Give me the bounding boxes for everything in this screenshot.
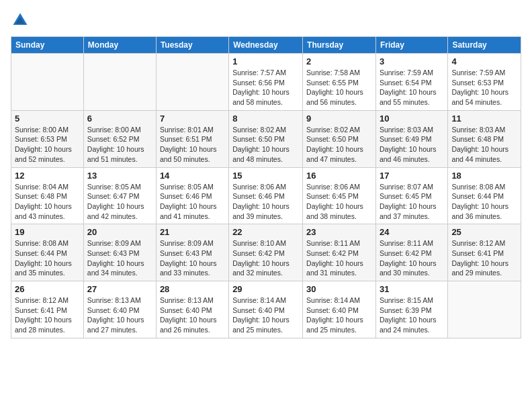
day-number: 1 <box>232 56 299 66</box>
day-number: 10 <box>380 113 444 124</box>
calendar-cell: 21Sunrise: 8:09 AMSunset: 6:43 PMDayligh… <box>156 224 228 281</box>
calendar-cell: 4Sunrise: 7:59 AMSunset: 6:53 PMDaylight… <box>448 54 521 111</box>
calendar-cell: 16Sunrise: 8:06 AMSunset: 6:45 PMDayligh… <box>303 167 376 224</box>
day-info: Sunrise: 8:11 AMSunset: 6:42 PMDaylight:… <box>380 238 444 278</box>
page-header <box>11 11 521 30</box>
day-number: 5 <box>15 113 80 124</box>
day-number: 14 <box>160 171 225 181</box>
calendar-cell: 13Sunrise: 8:05 AMSunset: 6:47 PMDayligh… <box>83 167 156 224</box>
day-info: Sunrise: 8:06 AMSunset: 6:45 PMDaylight:… <box>306 182 372 222</box>
day-info: Sunrise: 8:03 AMSunset: 6:48 PMDaylight:… <box>451 125 517 165</box>
calendar-cell: 1Sunrise: 7:57 AMSunset: 6:56 PMDaylight… <box>229 54 303 111</box>
day-info: Sunrise: 8:09 AMSunset: 6:43 PMDaylight:… <box>160 238 225 278</box>
day-info: Sunrise: 8:02 AMSunset: 6:50 PMDaylight:… <box>306 125 372 165</box>
day-number: 8 <box>232 113 299 124</box>
header-monday: Monday <box>83 37 156 54</box>
header-sunday: Sunday <box>11 37 84 54</box>
week-row-2: 5Sunrise: 8:00 AMSunset: 6:53 PMDaylight… <box>11 110 521 167</box>
day-info: Sunrise: 8:09 AMSunset: 6:43 PMDaylight:… <box>87 238 152 278</box>
header-saturday: Saturday <box>448 37 521 54</box>
day-info: Sunrise: 7:58 AMSunset: 6:55 PMDaylight:… <box>306 68 372 107</box>
calendar-cell: 17Sunrise: 8:07 AMSunset: 6:45 PMDayligh… <box>375 167 447 224</box>
day-info: Sunrise: 8:02 AMSunset: 6:50 PMDaylight:… <box>232 125 299 165</box>
day-info: Sunrise: 8:06 AMSunset: 6:46 PMDaylight:… <box>232 182 299 222</box>
calendar-header-row: SundayMondayTuesdayWednesdayThursdayFrid… <box>11 37 521 54</box>
day-number: 24 <box>380 227 444 237</box>
day-info: Sunrise: 8:13 AMSunset: 6:40 PMDaylight:… <box>87 295 152 335</box>
day-number: 7 <box>160 113 225 124</box>
calendar-cell: 14Sunrise: 8:05 AMSunset: 6:46 PMDayligh… <box>156 167 228 224</box>
day-info: Sunrise: 8:00 AMSunset: 6:52 PMDaylight:… <box>87 125 152 165</box>
calendar-cell: 29Sunrise: 8:14 AMSunset: 6:40 PMDayligh… <box>229 281 303 338</box>
day-info: Sunrise: 8:15 AMSunset: 6:39 PMDaylight:… <box>380 295 444 335</box>
day-info: Sunrise: 8:13 AMSunset: 6:40 PMDaylight:… <box>160 295 225 335</box>
day-number: 15 <box>232 171 299 181</box>
header-tuesday: Tuesday <box>156 37 228 54</box>
day-info: Sunrise: 8:08 AMSunset: 6:44 PMDaylight:… <box>451 182 517 222</box>
calendar-cell: 23Sunrise: 8:11 AMSunset: 6:42 PMDayligh… <box>303 224 376 281</box>
day-number: 22 <box>232 227 299 237</box>
header-friday: Friday <box>375 37 447 54</box>
logo-icon <box>11 11 30 30</box>
day-info: Sunrise: 7:59 AMSunset: 6:53 PMDaylight:… <box>451 68 517 107</box>
calendar-cell <box>11 54 84 111</box>
day-info: Sunrise: 7:59 AMSunset: 6:54 PMDaylight:… <box>380 68 444 107</box>
header-wednesday: Wednesday <box>229 37 303 54</box>
day-number: 25 <box>451 227 517 237</box>
day-info: Sunrise: 7:57 AMSunset: 6:56 PMDaylight:… <box>232 68 299 107</box>
calendar-cell: 27Sunrise: 8:13 AMSunset: 6:40 PMDayligh… <box>83 281 156 338</box>
logo <box>11 11 32 30</box>
day-info: Sunrise: 8:08 AMSunset: 6:44 PMDaylight:… <box>15 238 80 278</box>
day-number: 27 <box>87 284 152 294</box>
day-info: Sunrise: 8:03 AMSunset: 6:49 PMDaylight:… <box>380 125 444 165</box>
day-info: Sunrise: 8:01 AMSunset: 6:51 PMDaylight:… <box>160 125 225 165</box>
calendar-cell: 30Sunrise: 8:14 AMSunset: 6:40 PMDayligh… <box>303 281 376 338</box>
day-info: Sunrise: 8:12 AMSunset: 6:41 PMDaylight:… <box>15 295 80 335</box>
calendar-cell: 19Sunrise: 8:08 AMSunset: 6:44 PMDayligh… <box>11 224 84 281</box>
day-number: 4 <box>451 56 517 66</box>
day-number: 6 <box>87 113 152 124</box>
calendar-cell: 2Sunrise: 7:58 AMSunset: 6:55 PMDaylight… <box>303 54 376 111</box>
day-number: 12 <box>15 171 80 181</box>
day-number: 17 <box>380 171 444 181</box>
calendar-cell: 15Sunrise: 8:06 AMSunset: 6:46 PMDayligh… <box>229 167 303 224</box>
day-number: 13 <box>87 171 152 181</box>
day-number: 3 <box>380 56 444 66</box>
day-info: Sunrise: 8:14 AMSunset: 6:40 PMDaylight:… <box>232 295 299 335</box>
calendar-table: SundayMondayTuesdayWednesdayThursdayFrid… <box>11 36 521 338</box>
day-info: Sunrise: 8:10 AMSunset: 6:42 PMDaylight:… <box>232 238 299 278</box>
calendar-cell: 12Sunrise: 8:04 AMSunset: 6:48 PMDayligh… <box>11 167 84 224</box>
day-number: 2 <box>306 56 372 66</box>
week-row-3: 12Sunrise: 8:04 AMSunset: 6:48 PMDayligh… <box>11 167 521 224</box>
calendar-cell <box>156 54 228 111</box>
calendar-cell: 28Sunrise: 8:13 AMSunset: 6:40 PMDayligh… <box>156 281 228 338</box>
day-number: 20 <box>87 227 152 237</box>
day-number: 9 <box>306 113 372 124</box>
week-row-1: 1Sunrise: 7:57 AMSunset: 6:56 PMDaylight… <box>11 54 521 111</box>
day-info: Sunrise: 8:11 AMSunset: 6:42 PMDaylight:… <box>306 238 372 278</box>
calendar-cell: 3Sunrise: 7:59 AMSunset: 6:54 PMDaylight… <box>375 54 447 111</box>
calendar-cell: 9Sunrise: 8:02 AMSunset: 6:50 PMDaylight… <box>303 110 376 167</box>
calendar-cell: 5Sunrise: 8:00 AMSunset: 6:53 PMDaylight… <box>11 110 84 167</box>
day-number: 29 <box>232 284 299 294</box>
day-number: 30 <box>306 284 372 294</box>
calendar-cell: 6Sunrise: 8:00 AMSunset: 6:52 PMDaylight… <box>83 110 156 167</box>
calendar-cell: 25Sunrise: 8:12 AMSunset: 6:41 PMDayligh… <box>448 224 521 281</box>
calendar-cell: 22Sunrise: 8:10 AMSunset: 6:42 PMDayligh… <box>229 224 303 281</box>
day-number: 16 <box>306 171 372 181</box>
calendar-cell: 31Sunrise: 8:15 AMSunset: 6:39 PMDayligh… <box>375 281 447 338</box>
day-number: 31 <box>380 284 444 294</box>
calendar-cell <box>83 54 156 111</box>
day-number: 23 <box>306 227 372 237</box>
calendar-cell: 11Sunrise: 8:03 AMSunset: 6:48 PMDayligh… <box>448 110 521 167</box>
week-row-5: 26Sunrise: 8:12 AMSunset: 6:41 PMDayligh… <box>11 281 521 338</box>
day-info: Sunrise: 8:14 AMSunset: 6:40 PMDaylight:… <box>306 295 372 335</box>
calendar-cell: 20Sunrise: 8:09 AMSunset: 6:43 PMDayligh… <box>83 224 156 281</box>
day-number: 26 <box>15 284 80 294</box>
day-number: 21 <box>160 227 225 237</box>
day-number: 11 <box>451 113 517 124</box>
calendar-cell: 8Sunrise: 8:02 AMSunset: 6:50 PMDaylight… <box>229 110 303 167</box>
calendar-cell: 10Sunrise: 8:03 AMSunset: 6:49 PMDayligh… <box>375 110 447 167</box>
week-row-4: 19Sunrise: 8:08 AMSunset: 6:44 PMDayligh… <box>11 224 521 281</box>
calendar-cell <box>448 281 521 338</box>
